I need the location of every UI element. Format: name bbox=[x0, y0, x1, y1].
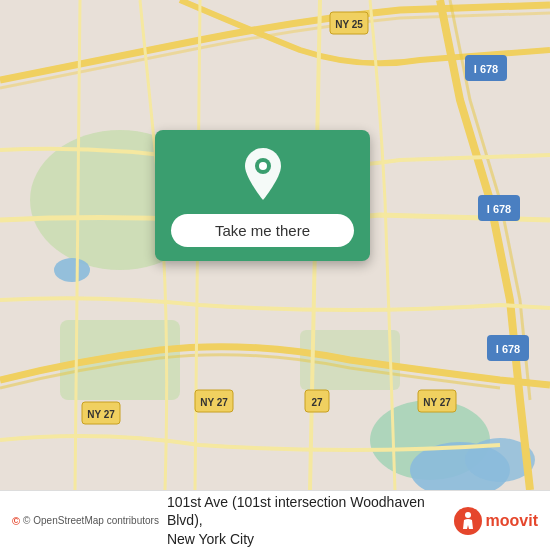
svg-text:NY 27: NY 27 bbox=[200, 397, 228, 408]
location-card[interactable]: Take me there bbox=[155, 130, 370, 261]
svg-text:27: 27 bbox=[311, 397, 323, 408]
svg-text:NY 27: NY 27 bbox=[87, 409, 115, 420]
osm-text: © OpenStreetMap contributors bbox=[23, 515, 159, 526]
svg-text:I 678: I 678 bbox=[487, 203, 511, 215]
location-text: 101st Ave (101st intersection Woodhaven … bbox=[167, 493, 446, 548]
take-me-there-button[interactable]: Take me there bbox=[171, 214, 354, 247]
svg-text:I 678: I 678 bbox=[474, 63, 498, 75]
osm-logo: © bbox=[12, 515, 20, 527]
footer: © © OpenStreetMap contributors 101st Ave… bbox=[0, 490, 550, 550]
moovit-icon bbox=[454, 507, 482, 535]
location-line1: 101st Ave (101st intersection Woodhaven … bbox=[167, 494, 425, 528]
svg-text:I 678: I 678 bbox=[496, 343, 520, 355]
moovit-logo: moovit bbox=[454, 507, 538, 535]
osm-credit: © © OpenStreetMap contributors bbox=[12, 515, 159, 527]
location-line2: New York City bbox=[167, 531, 254, 547]
svg-point-25 bbox=[259, 162, 267, 170]
svg-point-7 bbox=[54, 258, 90, 282]
svg-point-27 bbox=[465, 512, 471, 518]
svg-text:NY 25: NY 25 bbox=[335, 19, 363, 30]
map-pin-icon bbox=[239, 148, 287, 204]
moovit-text: moovit bbox=[486, 512, 538, 530]
svg-text:NY 27: NY 27 bbox=[423, 397, 451, 408]
map-view: I 678 I 678 I 678 NY 25 NY 27 NY 27 27 N… bbox=[0, 0, 550, 490]
